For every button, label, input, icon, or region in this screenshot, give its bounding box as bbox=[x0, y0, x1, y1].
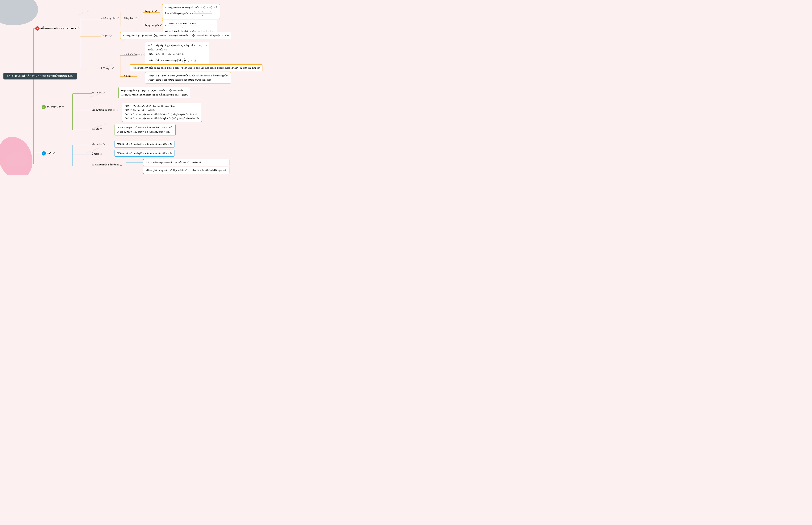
branch-cac-buoc-tv-label: Các bước tìm trung vị bbox=[124, 53, 147, 56]
branch-kn-tpv-label: Khái niệm bbox=[92, 91, 105, 94]
content-so-mot-container: Mốt có thể không là duy nhất. Một mẫu có… bbox=[143, 159, 230, 174]
deco-bottom-left2 bbox=[6, 152, 29, 167]
section-1-text: SỐ TRUNG BÌNH VÀ TRUNG VỊ bbox=[41, 27, 77, 30]
content-kn-tpv: Tứ phân vị gồm 3 giá trị Q₁, Q₂, Q₃, nó … bbox=[118, 87, 190, 99]
tpv-buoc4: Bước 4: Q₃ là trung vị của nửa số liệu b… bbox=[125, 117, 199, 120]
tpv-buoc1: Bước 1: Sắp xếp mẫu số liệu theo thứ tự … bbox=[125, 104, 199, 108]
tpv-buoc2: Bước 2: Tìm trung vị, chính là Q₂ bbox=[125, 108, 199, 112]
content-liet-ke: Số trung bình (hay TB cộng) của mẫu số l… bbox=[162, 4, 220, 19]
content-so-mot-2: Khi các giá trị trong mẫu xuất hiện với … bbox=[143, 167, 230, 174]
mot-yn-text: Mốt của mẫu số liệu là giá trị xuất hiện… bbox=[117, 152, 172, 154]
section-2-circle: 2 bbox=[42, 105, 46, 109]
content-bat-thuong: Trong trường hợp mẫu số liệu có giá trị … bbox=[130, 64, 263, 71]
content-ten-goi-tpv: Q₁ còn được gọi là tứ phân vị thứ nhất h… bbox=[114, 124, 176, 135]
content-y-nghia-stb: Số trung bình là giá trị trung bình cộng… bbox=[120, 32, 231, 39]
section-3-text: MỐT bbox=[47, 152, 53, 155]
content-kn-mot: Mốt của mẫu số liệu là giá trị xuất hiện… bbox=[114, 140, 174, 148]
content-cac-buoc-tv: Bước 1: Sắp xếp các giá trị theo thứ tự … bbox=[145, 42, 209, 66]
tpv-kn2: theo thứ tự từ nhỏ đến lớn thành 4 phần,… bbox=[121, 93, 188, 96]
branch-ten-goi-label: Tên gọi bbox=[92, 127, 102, 131]
deco-top-left bbox=[0, 0, 38, 25]
content-cac-buoc-tpv: Bước 1: Sắp xếp mẫu số liệu theo thứ tự … bbox=[122, 103, 202, 122]
content-so-mot-1: Mốt có thể không là duy nhất. Một mẫu có… bbox=[143, 159, 230, 166]
tv-yn1: Trung vị là giá trị ở vị trí chính giữa … bbox=[147, 74, 229, 77]
branch-so-mot-label: Số mốt của một mẫu số liệu bbox=[92, 163, 122, 166]
branch-kn-mot-label: Khái niệm bbox=[92, 143, 105, 146]
stb-bang-formula: x = m₁x₁ + m₂x₂ + m₃x₃ + ... + mₖxₖn bbox=[165, 22, 215, 29]
branch-b-label: b. Trung vị bbox=[101, 67, 114, 70]
branch-y-nghia-1-label: Ý nghĩa bbox=[101, 34, 111, 37]
stb-y-nghia-text: Số trung bình là giá trị trung bình cộng… bbox=[123, 34, 229, 37]
tpv-buoc3: Bước 3: Q₁ là trung vị của nửa số liệu b… bbox=[125, 112, 199, 116]
mot-kn-text: Mốt của mẫu số liệu là giá trị xuất hiện… bbox=[117, 143, 172, 145]
branch-cac-buoc-tpv-label: Các bước tìm tứ phân vị bbox=[92, 108, 118, 111]
section-1-label: 1 SỐ TRUNG BÌNH VÀ TRUNG VỊ bbox=[35, 26, 80, 31]
section-3-circle: 3 bbox=[42, 151, 46, 155]
tv-buoc-le: + Nếu n lẻ (n = 2k − 1) thì trung vị là … bbox=[147, 52, 207, 56]
branch-a-label: a. Số trung bình bbox=[101, 17, 119, 20]
tv-bat-thuong-text: Trong trường hợp mẫu số liệu có giá trị … bbox=[132, 67, 260, 69]
tpv-ten2: Q₃ còn được gọi là tứ phân vị thứ ba hoặ… bbox=[117, 130, 173, 134]
tpv-ten1: Q₁ còn được gọi là tứ phân vị thứ nhất h… bbox=[117, 126, 173, 129]
tv-yn2: Trung vị không bị ảnh hưởng bởi giá trị … bbox=[147, 78, 229, 81]
branch-congthuc-label: Công thức bbox=[124, 17, 137, 20]
main-title: BÀI 3. CÁC SỐ ĐẶC TRƯNG ĐO XU THẾ TRUNG … bbox=[3, 73, 77, 79]
section-1-circle-icon bbox=[78, 28, 80, 29]
tv-buoc2: Bước 2: Cỡ mẫu = n. bbox=[147, 48, 207, 51]
section-1-circle: 1 bbox=[35, 26, 40, 31]
content-yn-mot: Mốt của mẫu số liệu là giá trị xuất hiện… bbox=[114, 150, 174, 157]
branch-yn-mot-label: Ý nghĩa bbox=[92, 152, 102, 155]
watermark-1: Loigiaibay.com bbox=[76, 9, 90, 16]
branch-y-nghia-tv-label: Ý nghĩa bbox=[124, 75, 135, 77]
tv-buoc1: Bước 1: Sắp xếp các giá trị theo thứ tự … bbox=[147, 44, 207, 47]
section-3-label: 3 MỐT bbox=[42, 151, 56, 155]
tpv-kn1: Tứ phân vị gồm 3 giá trị Q₁, Q₂, Q₃, nó … bbox=[121, 89, 188, 92]
content-y-nghia-tv: Trung vị là giá trị ở vị trí chính giữa … bbox=[145, 72, 231, 84]
stb-liet-ke-title: Số trung bình (hay TB cộng) của mẫu số l… bbox=[165, 6, 217, 9]
mot-so1-text: Mốt có thể không là duy nhất. Một mẫu có… bbox=[146, 162, 201, 164]
section-2-text: TỨ PHÂN VỊ bbox=[47, 106, 61, 109]
branch-dang-liet-ke-label: Dạng liệt kê bbox=[145, 10, 160, 13]
section-2-label: 2 TỨ PHÂN VỊ bbox=[42, 105, 64, 109]
tv-buoc-chan: + Nếu n chẵn (n = 2k) thì trung vị bằng … bbox=[147, 57, 207, 64]
mot-so2-text: Khi các giá trị trong mẫu xuất hiện với … bbox=[146, 169, 227, 171]
stb-liet-ke-body: được tính bằng công thức: x = x₁ + x₂ + … bbox=[165, 10, 217, 17]
